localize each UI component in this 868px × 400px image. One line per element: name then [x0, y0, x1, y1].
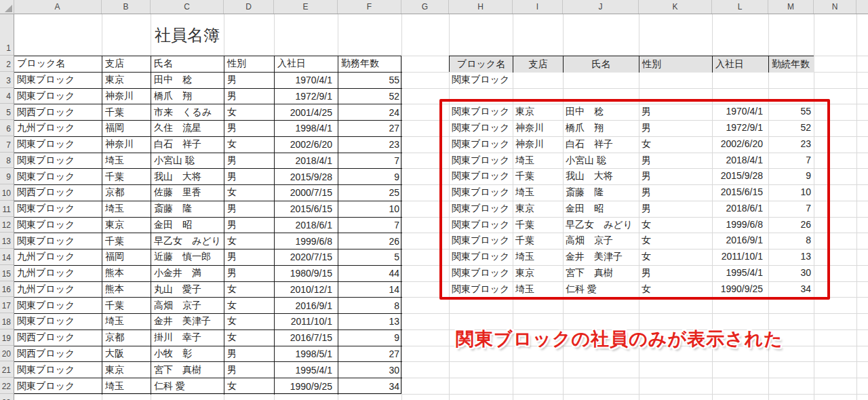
cell-F13[interactable]: 26: [338, 233, 402, 249]
cell-C7[interactable]: 白石 祥子: [151, 137, 224, 153]
cell-H2[interactable]: ブロック名: [450, 56, 513, 73]
row-header-18[interactable]: 18: [0, 313, 14, 329]
cell-E9[interactable]: 2015/9/28: [275, 169, 338, 185]
row-header-14[interactable]: 14: [0, 249, 14, 265]
cell-C14[interactable]: 近藤 慎一郎: [151, 249, 224, 266]
row-header-6[interactable]: 6: [0, 120, 14, 136]
cell-A21[interactable]: 関東ブロック: [14, 362, 102, 378]
column-header-H[interactable]: H: [449, 0, 513, 14]
cell-F21[interactable]: 30: [338, 362, 402, 378]
cell-F18[interactable]: 13: [338, 314, 402, 330]
row-header-17[interactable]: 17: [0, 297, 14, 313]
cell-E21[interactable]: 1995/4/1: [275, 362, 338, 378]
cell-A22[interactable]: 関東ブロック: [14, 378, 102, 395]
cell-E19[interactable]: 2016/7/15: [275, 330, 338, 346]
column-header-L[interactable]: L: [712, 0, 768, 14]
cell-E12[interactable]: 2018/6/1: [275, 218, 338, 234]
row-header-5[interactable]: 5: [0, 104, 14, 120]
cell-B3[interactable]: 東京: [102, 73, 151, 89]
cell-D10[interactable]: 女: [224, 185, 275, 201]
cell-C13[interactable]: 早乙女 みどり: [151, 233, 224, 249]
row-header-15[interactable]: 15: [0, 265, 14, 281]
cell-C19[interactable]: 掛川 幸子: [151, 330, 224, 346]
cell-A5[interactable]: 関西ブロック: [14, 104, 102, 121]
cell-F5[interactable]: 24: [338, 104, 402, 121]
cell-D8[interactable]: 男: [224, 153, 275, 169]
cell-D20[interactable]: 男: [224, 346, 275, 363]
cell-D2[interactable]: 性別: [224, 56, 275, 73]
cell-F22[interactable]: 34: [338, 378, 402, 395]
cell-E5[interactable]: 2001/4/25: [275, 104, 338, 121]
cell-F6[interactable]: 27: [338, 121, 402, 137]
column-header-D[interactable]: D: [224, 0, 274, 14]
row-header-3[interactable]: 3: [0, 72, 14, 88]
cell-B12[interactable]: 東京: [102, 218, 151, 234]
cell-F4[interactable]: 52: [338, 89, 402, 105]
cell-E17[interactable]: 2016/9/1: [275, 298, 338, 314]
cell-F17[interactable]: 8: [338, 298, 402, 314]
cell-A15[interactable]: 九州ブロック: [14, 266, 102, 282]
cell-B20[interactable]: 大阪: [102, 346, 151, 363]
row-header-1[interactable]: 1: [0, 14, 14, 56]
cell-C11[interactable]: 斎藤 隆: [151, 201, 224, 218]
cell-D17[interactable]: 女: [224, 298, 275, 314]
cell-D16[interactable]: 女: [224, 282, 275, 298]
column-header-B[interactable]: B: [102, 0, 151, 14]
cell-D15[interactable]: 男: [224, 266, 275, 282]
cell-K2[interactable]: 性別: [639, 56, 713, 73]
cell-E6[interactable]: 1998/4/1: [275, 121, 338, 137]
cell-B7[interactable]: 神奈川: [102, 137, 151, 153]
cell-A13[interactable]: 関東ブロック: [14, 233, 102, 249]
column-header-K[interactable]: K: [639, 0, 712, 14]
row-header-13[interactable]: 13: [0, 233, 14, 249]
cell-A4[interactable]: 関東ブロック: [14, 89, 102, 105]
cell-C18[interactable]: 金井 美津子: [151, 314, 224, 330]
cell-E8[interactable]: 2018/4/1: [275, 153, 338, 169]
row-header-2[interactable]: 2: [0, 56, 14, 72]
cell-D6[interactable]: 男: [224, 121, 275, 137]
cell-F11[interactable]: 10: [338, 201, 402, 218]
cell-E10[interactable]: 2000/7/15: [275, 185, 338, 201]
cell-F14[interactable]: 5: [338, 249, 402, 266]
row-header-19[interactable]: 19: [0, 329, 14, 346]
cell-C17[interactable]: 高畑 京子: [151, 298, 224, 314]
cell-E3[interactable]: 1970/4/1: [275, 73, 338, 89]
cell-E20[interactable]: 1998/5/1: [275, 346, 338, 363]
row-header-8[interactable]: 8: [0, 153, 14, 169]
select-all-corner[interactable]: [0, 0, 14, 14]
cell-B6[interactable]: 福岡: [102, 121, 151, 137]
cell-C6[interactable]: 久住 流星: [151, 121, 224, 137]
cell-E14[interactable]: 2020/7/15: [275, 249, 338, 266]
row-header-10[interactable]: 10: [0, 184, 14, 201]
cell-C21[interactable]: 宮下 真樹: [151, 362, 224, 378]
cell-A3[interactable]: 関東ブロック: [14, 73, 102, 89]
cell-B18[interactable]: 埼玉: [102, 314, 151, 330]
cell-C4[interactable]: 橋爪 翔: [151, 89, 224, 105]
cell-C8[interactable]: 小宮山 聡: [151, 153, 224, 169]
cell-F10[interactable]: 25: [338, 185, 402, 201]
cell-D5[interactable]: 女: [224, 104, 275, 121]
cell-C3[interactable]: 田中 稔: [151, 73, 224, 89]
cell-F7[interactable]: 23: [338, 137, 402, 153]
cell-D7[interactable]: 女: [224, 137, 275, 153]
row-header-22[interactable]: 22: [0, 378, 14, 394]
cell-B21[interactable]: 東京: [102, 362, 151, 378]
cell-E13[interactable]: 1999/6/8: [275, 233, 338, 249]
cell-F12[interactable]: 7: [338, 218, 402, 234]
cell-E11[interactable]: 2015/6/15: [275, 201, 338, 218]
cell-D4[interactable]: 男: [224, 89, 275, 105]
cell-C5[interactable]: 市来 くるみ: [151, 104, 224, 121]
cell-D3[interactable]: 男: [224, 73, 275, 89]
cell-E16[interactable]: 2010/12/1: [275, 282, 338, 298]
cell-A10[interactable]: 関西ブロック: [14, 185, 102, 201]
cell-E4[interactable]: 1972/9/1: [275, 89, 338, 105]
row-header-9[interactable]: 9: [0, 168, 14, 184]
cell-F2[interactable]: 勤務年数: [338, 56, 402, 73]
cell-C15[interactable]: 小金井 満: [151, 266, 224, 282]
cell-B19[interactable]: 京都: [102, 330, 151, 346]
column-header-E[interactable]: E: [274, 0, 338, 14]
column-header-F[interactable]: F: [338, 0, 401, 14]
cell-D14[interactable]: 男: [224, 249, 275, 266]
criteria-cell[interactable]: 関東ブロック: [452, 72, 509, 88]
cell-J2[interactable]: 氏名: [564, 56, 639, 73]
